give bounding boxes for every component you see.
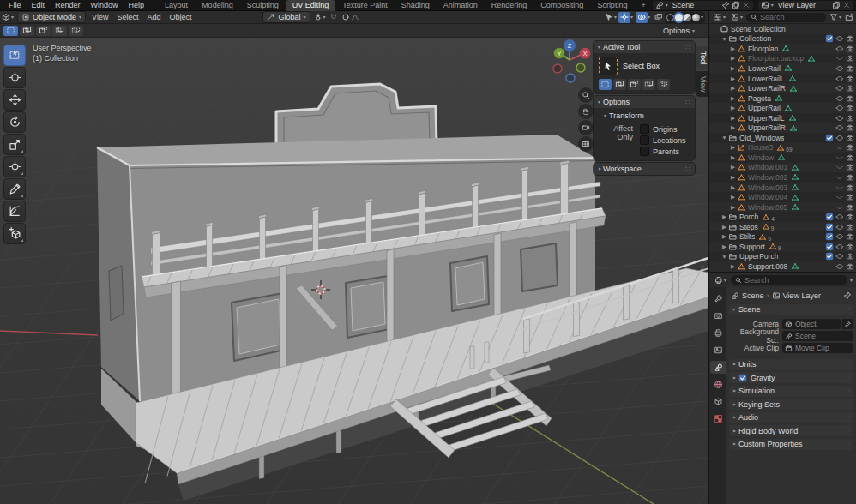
- selectable-checkbox[interactable]: [825, 134, 834, 142]
- visibility-eye-icon[interactable]: [835, 193, 844, 201]
- render-camera-icon[interactable]: [846, 75, 854, 83]
- rotate-tool-button[interactable]: [3, 111, 26, 133]
- breadcrumb-scene[interactable]: Scene: [742, 291, 764, 300]
- pin-icon[interactable]: [721, 1, 730, 9]
- visibility-eye-icon[interactable]: [835, 104, 844, 112]
- outliner-row-window[interactable]: ▶Window: [709, 153, 856, 163]
- outliner-row-upperrail[interactable]: ▶UpperRail: [709, 103, 856, 113]
- pin-icon[interactable]: [843, 291, 852, 300]
- outliner-row-window-005[interactable]: ▶Window.005: [709, 202, 856, 213]
- properties-tab-checker[interactable]: [710, 412, 726, 425]
- properties-tab-cube[interactable]: [710, 395, 726, 408]
- duplicate-scene-icon[interactable]: [732, 1, 740, 9]
- outliner-row-stilts[interactable]: ▶Stilts6: [709, 231, 856, 242]
- section-custom-properties[interactable]: ▾Custom Properties∷: [729, 439, 853, 450]
- outliner-row-upperrailr[interactable]: ▶UpperRailR: [709, 123, 856, 133]
- navigation-gizmo[interactable]: Z X Y: [546, 36, 595, 86]
- workspace-tab-rendering[interactable]: Rendering: [485, 0, 534, 11]
- view-layer-selector[interactable]: ▾ View Layer: [758, 1, 853, 10]
- sidebar-select-mode-3[interactable]: [642, 79, 655, 90]
- render-camera-icon[interactable]: [846, 252, 854, 261]
- field-input[interactable]: Object: [782, 319, 841, 329]
- render-camera-icon[interactable]: [846, 143, 854, 152]
- outliner-row-steps[interactable]: ▶Steps9: [709, 222, 856, 232]
- menu-window[interactable]: Window: [86, 1, 124, 9]
- select-mode-intersect-button[interactable]: [69, 26, 83, 36]
- visibility-eye-icon[interactable]: [835, 223, 844, 231]
- viewport-3d[interactable]: Options▾ User Perspective (1) Collection…: [0, 24, 708, 504]
- scale-tool-button[interactable]: [3, 134, 26, 155]
- outliner-row-window-003[interactable]: ▶Window.003: [709, 183, 856, 193]
- render-camera-icon[interactable]: [846, 243, 854, 251]
- outliner-row-window-001[interactable]: ▶Window.001: [709, 163, 856, 173]
- menu-render[interactable]: Render: [50, 1, 86, 9]
- sidebar-select-mode-0[interactable]: [599, 79, 612, 90]
- render-camera-icon[interactable]: [846, 54, 854, 63]
- outliner-row-scene-collection[interactable]: Scene Collection: [709, 24, 856, 34]
- visibility-eye-icon[interactable]: [835, 114, 844, 123]
- scene-panel-header[interactable]: ▾Scene∷: [729, 304, 853, 315]
- outliner-display-mode-button[interactable]: ▾: [712, 12, 727, 23]
- affect-only-parents-checkbox[interactable]: Parents: [640, 147, 691, 156]
- xray-toggle[interactable]: [653, 12, 665, 23]
- field-input[interactable]: Movie Clip: [782, 343, 853, 353]
- render-camera-icon[interactable]: [846, 104, 854, 112]
- visibility-eye-icon[interactable]: [835, 243, 844, 251]
- workspace-tab-animation[interactable]: Animation: [437, 0, 485, 11]
- proportional-editing-button[interactable]: [340, 12, 361, 23]
- material-preview-button[interactable]: [684, 14, 691, 21]
- sidebar-select-mode-2[interactable]: [628, 79, 641, 90]
- visibility-eye-icon[interactable]: [835, 94, 844, 103]
- options-button[interactable]: Options▾: [663, 27, 695, 35]
- menu-file[interactable]: File: [3, 1, 27, 9]
- outliner-row-window-002[interactable]: ▶Window.002: [709, 172, 856, 183]
- visibility-eye-icon[interactable]: [835, 64, 844, 73]
- properties-tab-photos[interactable]: [710, 344, 726, 357]
- orientation-dropdown[interactable]: Global▾: [262, 11, 310, 23]
- annotate-tool-button[interactable]: [3, 178, 26, 200]
- render-camera-icon[interactable]: [846, 123, 854, 132]
- render-camera-icon[interactable]: [846, 232, 854, 241]
- add-workspace-button[interactable]: +: [634, 0, 652, 11]
- sidebar-select-mode-4[interactable]: [657, 79, 670, 90]
- render-camera-icon[interactable]: [846, 193, 854, 201]
- eyedropper-icon[interactable]: [841, 319, 853, 329]
- outliner-filter-button[interactable]: ▾: [828, 12, 843, 23]
- close-icon[interactable]: [742, 1, 751, 9]
- outliner-row-old-windows[interactable]: ▼Old_Windows: [709, 133, 856, 143]
- viewport-menu-view[interactable]: View: [87, 11, 112, 24]
- properties-tab-wrench[interactable]: [710, 292, 726, 305]
- menu-edit[interactable]: Edit: [27, 1, 51, 9]
- menu-help[interactable]: Help: [124, 1, 150, 9]
- render-camera-icon[interactable]: [846, 114, 854, 123]
- solid-shading-button[interactable]: [675, 14, 683, 21]
- perspective-toggle-button[interactable]: [578, 136, 594, 152]
- render-camera-icon[interactable]: [846, 213, 854, 221]
- pan-hand-button[interactable]: [578, 104, 594, 119]
- select-box-tool-button[interactable]: [3, 45, 26, 66]
- visibility-eye-icon[interactable]: [835, 232, 844, 241]
- outliner-filter-id-button[interactable]: ▾: [729, 12, 744, 23]
- editor-type-button[interactable]: ▾: [0, 12, 15, 23]
- selectable-checkbox[interactable]: [825, 34, 834, 43]
- visibility-eye-icon[interactable]: [835, 183, 844, 192]
- properties-search-input[interactable]: Search: [731, 275, 847, 285]
- workspace-tab-uv-editing[interactable]: UV Editing: [286, 0, 336, 11]
- transform-subpanel-header[interactable]: ▾Transform: [604, 111, 691, 120]
- sidebar-select-mode-1[interactable]: [613, 79, 626, 90]
- rendered-shading-button[interactable]: [692, 14, 700, 21]
- close-icon[interactable]: [842, 1, 851, 9]
- outliner-row-window-004[interactable]: ▶Window.004: [709, 192, 856, 202]
- visibility-eye-icon[interactable]: [835, 143, 844, 152]
- visibility-eye-icon[interactable]: [835, 153, 844, 162]
- section-simulation[interactable]: ▾Simulation∷: [729, 386, 853, 397]
- render-camera-icon[interactable]: [846, 183, 854, 192]
- viewport-menu-select[interactable]: Select: [112, 11, 142, 24]
- zoom-button[interactable]: [578, 87, 594, 103]
- visibility-eye-icon[interactable]: [835, 262, 844, 271]
- properties-tab-printer[interactable]: [710, 327, 726, 339]
- outliner-row-upperraill[interactable]: ▶UpperRailL: [709, 113, 856, 123]
- visibility-eye-icon[interactable]: [835, 84, 844, 93]
- select-mode-extend-button[interactable]: [20, 26, 34, 36]
- outliner-row-floorplan-backup[interactable]: ▶Floorplan.backup: [709, 54, 856, 64]
